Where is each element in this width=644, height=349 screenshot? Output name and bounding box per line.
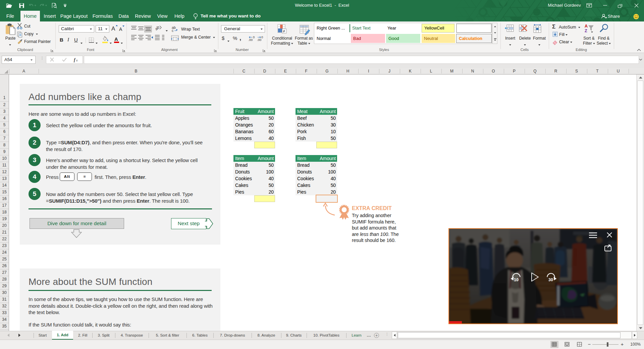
svg-text:0: 0 [253,35,255,39]
svg-text:10: 10 [514,278,519,282]
svg-text:≠: ≠ [283,29,285,34]
svg-text:x: x [76,58,78,62]
svg-text:Z: Z [585,29,587,33]
svg-text:f: f [74,57,76,62]
svg-text:.00: .00 [248,38,253,42]
svg-text:A: A [585,24,588,29]
svg-text:0: 0 [261,35,263,39]
svg-text:c: c [172,29,174,32]
svg-text:ab: ab [154,26,160,31]
svg-text:30: 30 [548,278,553,282]
svg-text:.00: .00 [257,38,261,42]
